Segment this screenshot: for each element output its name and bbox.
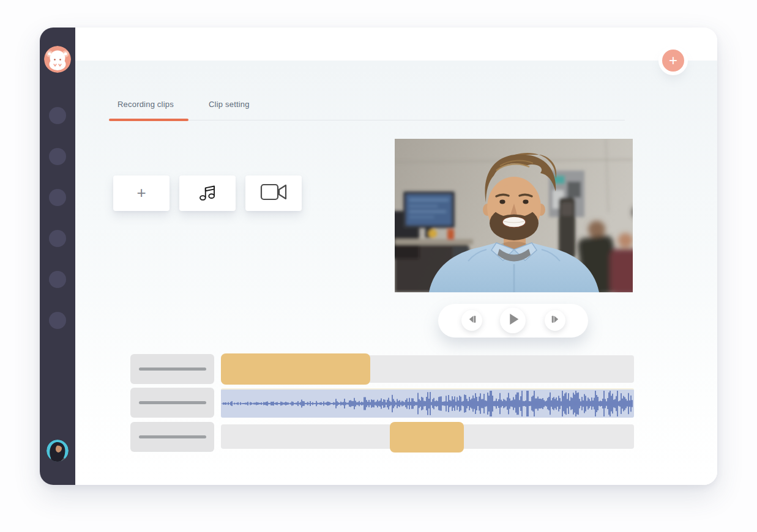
active-tab-indicator (109, 119, 188, 121)
track-lane[interactable] (221, 424, 634, 449)
track-lane[interactable] (221, 355, 634, 383)
track-label-placeholder (139, 368, 206, 371)
sidebar-nav-item[interactable] (49, 312, 66, 329)
main-area: + Recording clips Clip setting + (75, 28, 717, 485)
sidebar-nav-item[interactable] (49, 271, 66, 288)
clip-toolbar: + (113, 175, 302, 211)
sidebar-nav-item[interactable] (49, 107, 66, 124)
video-camera-icon (259, 182, 288, 205)
plus-icon: + (669, 53, 677, 68)
timeline-clip[interactable] (221, 353, 370, 385)
track-label-placeholder (139, 435, 206, 438)
skip-forward-button[interactable] (545, 310, 565, 331)
app-window: + Recording clips Clip setting + (40, 28, 717, 485)
sidebar-nav (49, 107, 66, 329)
play-button[interactable] (500, 308, 526, 333)
track-label[interactable] (130, 388, 214, 418)
audio-waveform-clip[interactable] (221, 388, 634, 418)
tab-recording-clips[interactable]: Recording clips (117, 100, 174, 109)
playback-controls (438, 304, 588, 338)
sidebar-nav-item[interactable] (49, 148, 66, 165)
skip-back-button[interactable] (461, 310, 482, 331)
user-avatar[interactable] (47, 440, 69, 462)
add-clip-button[interactable]: + (113, 175, 170, 211)
plus-icon: + (136, 185, 146, 201)
waveform-svg (221, 390, 634, 418)
tab-bar: Recording clips Clip setting (109, 100, 625, 120)
sidebar-nav-item[interactable] (49, 189, 66, 206)
skip-back-icon (468, 315, 477, 326)
timeline-track-1 (130, 354, 695, 384)
tab-clip-setting[interactable]: Clip setting (209, 100, 250, 109)
skip-forward-icon (551, 315, 560, 326)
timeline-clip[interactable] (390, 422, 464, 453)
play-icon (507, 314, 519, 327)
page: + Recording clips Clip setting + (0, 0, 757, 532)
music-note-icon (196, 180, 219, 206)
timeline-track-2 (130, 388, 695, 418)
video-preview[interactable] (395, 139, 633, 292)
track-label[interactable] (130, 354, 214, 384)
sidebar (40, 28, 75, 485)
add-button[interactable]: + (662, 50, 684, 72)
track-label[interactable] (130, 422, 214, 452)
track-label-placeholder (139, 401, 206, 404)
monkey-logo-icon[interactable] (44, 46, 71, 73)
add-video-button[interactable] (245, 175, 302, 211)
add-audio-button[interactable] (179, 175, 236, 211)
sidebar-nav-item[interactable] (49, 230, 66, 247)
timeline-track-3 (130, 422, 695, 452)
